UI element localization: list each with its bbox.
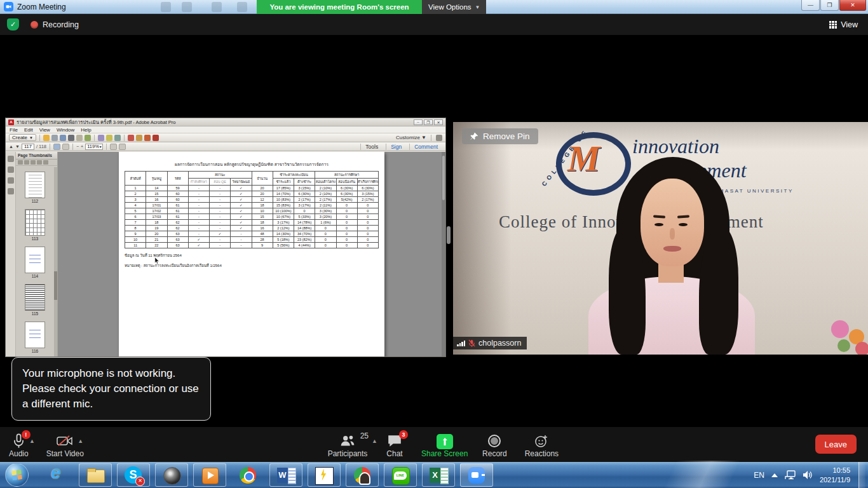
export-word-icon[interactable] bbox=[136, 135, 142, 141]
customize-button[interactable]: Customize ▼ bbox=[396, 135, 426, 140]
previous-page-icon[interactable]: ▲ bbox=[9, 144, 13, 149]
start-video-button[interactable]: ▲ Start Video bbox=[46, 430, 84, 460]
audio-button[interactable]: ! ▲ Audio bbox=[9, 430, 29, 460]
export-pdf-icon[interactable] bbox=[128, 135, 134, 141]
print-icon[interactable] bbox=[68, 135, 74, 141]
thumbnail-options-icon[interactable] bbox=[18, 160, 23, 165]
extract-page-icon[interactable] bbox=[37, 160, 42, 165]
taskbar-app-skype[interactable] bbox=[117, 463, 150, 487]
taskbar-app-chrome[interactable] bbox=[231, 463, 264, 487]
create-button[interactable]: Create▼ bbox=[9, 134, 36, 141]
maximize-button[interactable]: ❐ bbox=[820, 0, 839, 11]
hand-tool-icon[interactable] bbox=[62, 144, 69, 150]
leave-button[interactable]: Leave bbox=[815, 435, 857, 454]
table-cell: 20 bbox=[252, 186, 273, 191]
remove-pin-button[interactable]: Remove Pin bbox=[462, 128, 538, 144]
page-number-input[interactable]: 117 bbox=[22, 144, 34, 150]
recording-indicator[interactable]: Recording bbox=[31, 20, 79, 29]
tray-expand-icon[interactable] bbox=[771, 473, 778, 477]
send-icon[interactable] bbox=[153, 135, 159, 141]
taskbar-app-windows-explorer[interactable] bbox=[79, 463, 112, 487]
taskbar-app-line[interactable] bbox=[384, 463, 417, 487]
table-cell: 5 (18%) bbox=[273, 237, 294, 243]
menu-file[interactable]: File bbox=[10, 127, 18, 133]
audio-caret-icon[interactable]: ▲ bbox=[29, 438, 35, 444]
acrobat-maximize-button[interactable]: ❐ bbox=[424, 119, 433, 125]
bookmarks-panel-icon[interactable] bbox=[8, 166, 14, 173]
menu-view[interactable]: View bbox=[39, 127, 50, 133]
network-icon[interactable] bbox=[785, 470, 796, 480]
menu-help[interactable]: Help bbox=[81, 127, 91, 133]
view-options-button[interactable]: View Options ▼ bbox=[422, 0, 486, 14]
close-button[interactable]: ✕ bbox=[839, 0, 866, 11]
show-desktop-button[interactable] bbox=[858, 462, 865, 488]
attach-icon[interactable] bbox=[98, 135, 104, 141]
minimize-button[interactable]: — bbox=[801, 0, 820, 11]
start-button[interactable] bbox=[5, 463, 29, 487]
taskbar-app-word[interactable] bbox=[269, 463, 302, 487]
delete-page-icon[interactable] bbox=[24, 160, 29, 165]
table-cell: 3 (30%) bbox=[315, 208, 336, 214]
pane-divider-handle[interactable] bbox=[447, 226, 451, 244]
zoom-out-icon[interactable]: − bbox=[76, 144, 79, 149]
participants-button[interactable]: 25 ▲ Participants bbox=[327, 430, 368, 460]
acrobat-close-button[interactable]: ✕ bbox=[434, 119, 443, 125]
record-button[interactable]: Record bbox=[474, 430, 515, 460]
table-cell: 3 (17%) bbox=[273, 220, 294, 226]
view-layout-button[interactable]: View bbox=[829, 20, 858, 29]
insert-page-icon[interactable] bbox=[31, 160, 36, 165]
acrobat-minimize-button[interactable]: – bbox=[414, 119, 423, 125]
menu-edit[interactable]: Edit bbox=[24, 127, 33, 133]
page-thumbnail-112[interactable]: 112 bbox=[23, 170, 47, 205]
volume-icon[interactable] bbox=[803, 470, 813, 480]
reactions-button[interactable]: Reactions bbox=[521, 430, 562, 460]
expand-pane-icon[interactable] bbox=[436, 135, 442, 141]
layers-panel-icon[interactable] bbox=[8, 188, 14, 194]
page-thumbnail-116[interactable]: 116 bbox=[23, 320, 47, 355]
email-icon[interactable] bbox=[85, 135, 91, 141]
table-subheader: ค้างชำระ bbox=[294, 179, 315, 186]
chat-button[interactable]: 3 Chat bbox=[374, 430, 415, 460]
tab-sign[interactable]: Sign bbox=[386, 144, 406, 150]
taskbar-clock[interactable]: 10:55 2021/11/9 bbox=[820, 466, 850, 484]
table-cell: 3 (20%) bbox=[315, 214, 336, 220]
rotate-page-icon[interactable] bbox=[43, 160, 48, 165]
taskbar-app-screen-tool[interactable] bbox=[308, 463, 341, 487]
language-indicator[interactable]: EN bbox=[754, 471, 764, 480]
taskbar-app-camera-app[interactable] bbox=[155, 463, 188, 487]
tab-tools[interactable]: Tools bbox=[360, 144, 383, 150]
page-thumbnails-panel-icon[interactable] bbox=[8, 156, 14, 162]
taskbar-app-excel[interactable] bbox=[422, 463, 455, 487]
acrobat-titlebar[interactable]: A รายงานข้อมูลสารสนเทศเพื่อการประเมิน คร… bbox=[6, 118, 445, 126]
fit-page-icon[interactable] bbox=[119, 144, 126, 150]
security-shield-icon[interactable]: ✓ bbox=[7, 18, 19, 30]
page-thumbnail-114[interactable]: 114 bbox=[23, 245, 47, 280]
review-icon[interactable] bbox=[106, 135, 112, 141]
zoom-in-icon[interactable]: + bbox=[81, 144, 83, 149]
save-icon[interactable] bbox=[51, 135, 58, 141]
zoom-level-select[interactable]: 119%▼ bbox=[85, 144, 103, 150]
page-thumbnail-113[interactable]: 113 bbox=[23, 208, 47, 242]
shared-screen-acrobat-window: A รายงานข้อมูลสารสนเทศเพื่อการประเมิน คร… bbox=[5, 118, 446, 357]
table-cell: 4 bbox=[125, 203, 146, 208]
page-thumbnail-115[interactable]: 115 bbox=[23, 283, 47, 317]
export-excel-icon[interactable] bbox=[144, 135, 151, 141]
stamp-icon[interactable] bbox=[114, 135, 121, 141]
taskbar-app-chrome-profile[interactable] bbox=[346, 463, 379, 487]
fit-width-icon[interactable] bbox=[110, 144, 117, 150]
video-caret-icon[interactable]: ▲ bbox=[78, 438, 83, 444]
select-tool-icon[interactable] bbox=[53, 144, 60, 150]
edit-icon[interactable] bbox=[76, 135, 83, 141]
document-scrollbar[interactable] bbox=[442, 152, 445, 356]
taskbar-app-zoom[interactable] bbox=[460, 463, 493, 487]
thumbnails-scrollbar[interactable] bbox=[54, 167, 57, 356]
taskbar-app-internet-explorer[interactable] bbox=[41, 463, 74, 487]
open-icon[interactable] bbox=[43, 135, 50, 141]
tab-comment[interactable]: Comment bbox=[409, 144, 442, 150]
menu-window[interactable]: Window bbox=[57, 127, 74, 133]
next-page-icon[interactable]: ▼ bbox=[15, 144, 20, 149]
share-icon[interactable] bbox=[60, 135, 66, 141]
taskbar-app-media-player[interactable] bbox=[193, 463, 226, 487]
attachments-panel-icon[interactable] bbox=[8, 177, 14, 184]
share-screen-button[interactable]: Share Screen bbox=[421, 430, 468, 460]
